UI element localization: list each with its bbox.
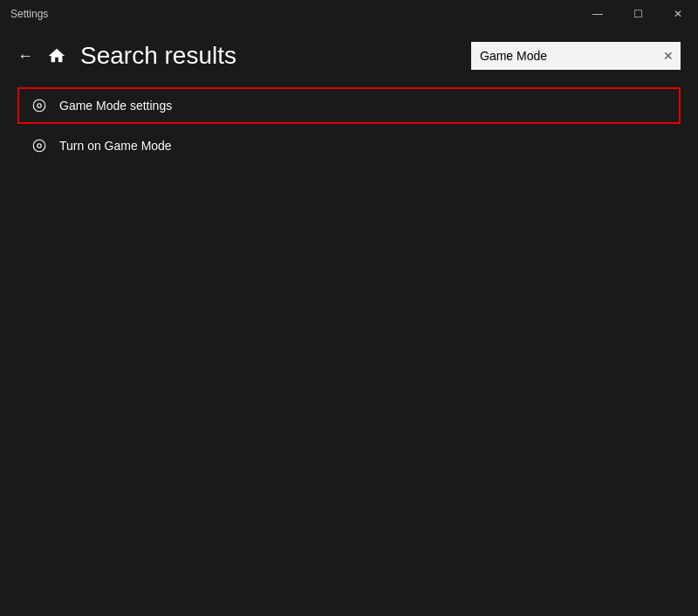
home-icon <box>47 46 66 65</box>
header-left: ← Search results <box>14 42 236 70</box>
minimize-button[interactable]: — <box>578 0 618 28</box>
search-box-container: ✕ <box>471 42 681 70</box>
titlebar: Settings — ☐ ✕ <box>0 0 698 28</box>
back-button[interactable]: ← <box>14 44 37 69</box>
svg-point-1 <box>38 104 42 108</box>
result-label-turn-on-game-mode: Turn on Game Mode <box>59 139 172 153</box>
close-button[interactable]: ✕ <box>658 0 698 28</box>
result-label-game-mode-settings: Game Mode settings <box>59 99 172 113</box>
main-content: ← Search results ✕ Game Mode settin <box>0 28 698 616</box>
results-area: Game Mode settings Turn on Game Mode <box>0 84 698 171</box>
header: ← Search results ✕ <box>0 28 698 84</box>
titlebar-controls: — ☐ ✕ <box>578 0 698 28</box>
turn-on-game-mode-icon <box>30 138 49 154</box>
search-clear-button[interactable]: ✕ <box>661 47 675 65</box>
result-item-game-mode-settings[interactable]: Game Mode settings <box>17 87 681 124</box>
result-item-turn-on-game-mode[interactable]: Turn on Game Mode <box>17 127 681 164</box>
svg-point-0 <box>33 99 45 112</box>
svg-point-3 <box>38 144 42 148</box>
search-input[interactable] <box>471 42 681 70</box>
svg-point-2 <box>33 140 45 152</box>
maximize-button[interactable]: ☐ <box>618 0 658 28</box>
game-mode-settings-icon <box>30 98 49 113</box>
back-icon: ← <box>17 47 33 65</box>
titlebar-title: Settings <box>10 8 48 20</box>
page-title: Search results <box>80 42 236 70</box>
